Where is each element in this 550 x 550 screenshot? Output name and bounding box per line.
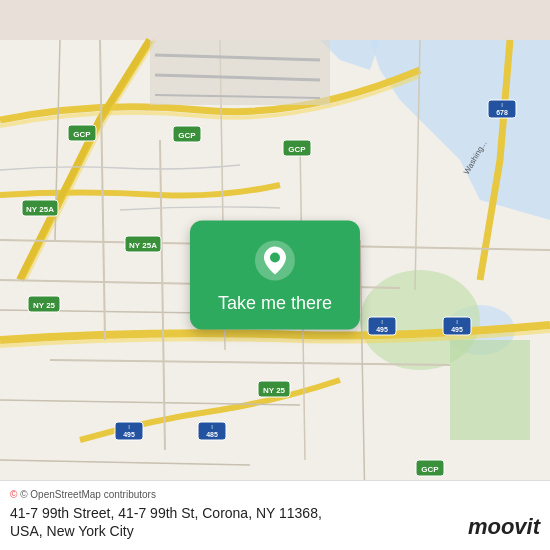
address-line1: 41-7 99th Street, 41-7 99th St, Corona, …	[10, 504, 322, 522]
cta-overlay: Take me there	[190, 221, 360, 330]
copyright-text: © © OpenStreetMap contributors	[10, 489, 540, 500]
moovit-brand: moovit	[468, 514, 540, 540]
green-panel: Take me there	[190, 221, 360, 330]
svg-text:NY 25: NY 25	[33, 301, 56, 310]
svg-text:678: 678	[496, 109, 508, 116]
svg-text:GCP: GCP	[73, 130, 91, 139]
svg-text:NY 25: NY 25	[263, 386, 286, 395]
svg-text:495: 495	[451, 326, 463, 333]
svg-text:NY 25A: NY 25A	[26, 205, 54, 214]
copyright-symbol: ©	[10, 489, 17, 500]
info-bar: © © OpenStreetMap contributors 41-7 99th…	[0, 480, 550, 550]
svg-text:GCP: GCP	[178, 131, 196, 140]
svg-text:NY 25A: NY 25A	[129, 241, 157, 250]
svg-text:GCP: GCP	[421, 465, 439, 474]
svg-text:GCP: GCP	[288, 145, 306, 154]
svg-text:495: 495	[376, 326, 388, 333]
address-line2: USA, New York City	[10, 522, 322, 540]
take-me-there-button[interactable]: Take me there	[218, 293, 332, 314]
svg-point-54	[270, 253, 280, 263]
map-container: GCP GCP GCP GCP NY 25A NY 25A NY 25 NY 2…	[0, 0, 550, 550]
svg-text:485: 485	[206, 431, 218, 438]
svg-text:495: 495	[123, 431, 135, 438]
moovit-logo: moovit	[468, 514, 540, 540]
moovit-text: moovit	[468, 514, 540, 539]
attribution-text: © OpenStreetMap contributors	[20, 489, 156, 500]
svg-rect-3	[450, 340, 530, 440]
location-pin-icon	[253, 239, 297, 283]
